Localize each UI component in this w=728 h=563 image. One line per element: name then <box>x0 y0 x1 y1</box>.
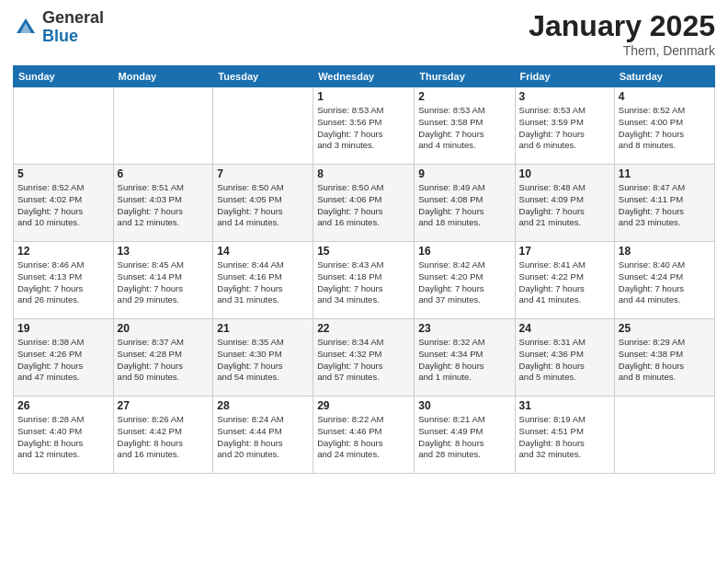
calendar-page: General Blue January 2025 Them, Denmark … <box>0 0 728 563</box>
day-info: Sunrise: 8:38 AM Sunset: 4:26 PM Dayligh… <box>17 337 109 384</box>
calendar-cell: 2Sunrise: 8:53 AM Sunset: 3:58 PM Daylig… <box>415 87 515 165</box>
calendar-cell: 4Sunrise: 8:52 AM Sunset: 4:00 PM Daylig… <box>614 87 714 165</box>
title-block: January 2025 Them, Denmark <box>529 9 715 58</box>
day-info: Sunrise: 8:19 AM Sunset: 4:51 PM Dayligh… <box>519 414 610 461</box>
day-info: Sunrise: 8:37 AM Sunset: 4:28 PM Dayligh… <box>118 337 210 384</box>
day-info: Sunrise: 8:47 AM Sunset: 4:11 PM Dayligh… <box>619 182 711 229</box>
col-saturday: Saturday <box>614 66 714 87</box>
calendar-cell: 11Sunrise: 8:47 AM Sunset: 4:11 PM Dayli… <box>614 165 714 242</box>
day-number: 31 <box>519 399 610 412</box>
calendar-cell: 19Sunrise: 8:38 AM Sunset: 4:26 PM Dayli… <box>14 319 114 396</box>
day-info: Sunrise: 8:53 AM Sunset: 3:58 PM Dayligh… <box>418 105 510 152</box>
calendar-cell <box>14 87 114 165</box>
calendar-cell: 14Sunrise: 8:44 AM Sunset: 4:16 PM Dayli… <box>213 242 313 319</box>
col-tuesday: Tuesday <box>213 66 313 87</box>
calendar-cell: 5Sunrise: 8:52 AM Sunset: 4:02 PM Daylig… <box>14 165 114 242</box>
day-number: 3 <box>519 90 610 103</box>
calendar-cell: 10Sunrise: 8:48 AM Sunset: 4:09 PM Dayli… <box>515 165 614 242</box>
calendar-week-row: 12Sunrise: 8:46 AM Sunset: 4:13 PM Dayli… <box>14 242 715 319</box>
day-number: 14 <box>217 245 309 258</box>
day-info: Sunrise: 8:45 AM Sunset: 4:14 PM Dayligh… <box>118 259 210 306</box>
calendar-cell: 29Sunrise: 8:22 AM Sunset: 4:46 PM Dayli… <box>313 396 415 474</box>
day-number: 10 <box>519 167 610 180</box>
calendar-cell: 20Sunrise: 8:37 AM Sunset: 4:28 PM Dayli… <box>113 319 213 396</box>
calendar-cell: 24Sunrise: 8:31 AM Sunset: 4:36 PM Dayli… <box>515 319 614 396</box>
calendar-cell: 23Sunrise: 8:32 AM Sunset: 4:34 PM Dayli… <box>415 319 515 396</box>
day-info: Sunrise: 8:35 AM Sunset: 4:30 PM Dayligh… <box>217 337 309 384</box>
day-number: 5 <box>17 167 109 180</box>
calendar-cell: 1Sunrise: 8:53 AM Sunset: 3:56 PM Daylig… <box>313 87 415 165</box>
day-number: 25 <box>619 322 711 335</box>
calendar-cell: 6Sunrise: 8:51 AM Sunset: 4:03 PM Daylig… <box>113 165 213 242</box>
calendar-cell <box>213 87 313 165</box>
day-number: 18 <box>619 245 711 258</box>
day-number: 12 <box>17 245 109 258</box>
calendar-cell: 16Sunrise: 8:42 AM Sunset: 4:20 PM Dayli… <box>415 242 515 319</box>
day-info: Sunrise: 8:50 AM Sunset: 4:06 PM Dayligh… <box>317 182 410 229</box>
day-info: Sunrise: 8:32 AM Sunset: 4:34 PM Dayligh… <box>418 337 510 384</box>
logo-general: General <box>42 9 104 28</box>
col-sunday: Sunday <box>14 66 114 87</box>
day-info: Sunrise: 8:41 AM Sunset: 4:22 PM Dayligh… <box>519 259 610 306</box>
day-info: Sunrise: 8:51 AM Sunset: 4:03 PM Dayligh… <box>118 182 210 229</box>
calendar-cell: 9Sunrise: 8:49 AM Sunset: 4:08 PM Daylig… <box>415 165 515 242</box>
day-number: 20 <box>118 322 210 335</box>
day-info: Sunrise: 8:22 AM Sunset: 4:46 PM Dayligh… <box>317 414 410 461</box>
day-info: Sunrise: 8:42 AM Sunset: 4:20 PM Dayligh… <box>418 259 510 306</box>
day-number: 15 <box>317 245 410 258</box>
calendar-cell: 12Sunrise: 8:46 AM Sunset: 4:13 PM Dayli… <box>14 242 114 319</box>
day-info: Sunrise: 8:31 AM Sunset: 4:36 PM Dayligh… <box>519 337 610 384</box>
col-friday: Friday <box>515 66 614 87</box>
day-info: Sunrise: 8:46 AM Sunset: 4:13 PM Dayligh… <box>17 259 109 306</box>
calendar-cell: 22Sunrise: 8:34 AM Sunset: 4:32 PM Dayli… <box>313 319 415 396</box>
calendar-cell: 21Sunrise: 8:35 AM Sunset: 4:30 PM Dayli… <box>213 319 313 396</box>
header: General Blue January 2025 Them, Denmark <box>13 9 715 58</box>
calendar-cell: 15Sunrise: 8:43 AM Sunset: 4:18 PM Dayli… <box>313 242 415 319</box>
col-wednesday: Wednesday <box>313 66 415 87</box>
day-number: 22 <box>317 322 410 335</box>
calendar-week-row: 5Sunrise: 8:52 AM Sunset: 4:02 PM Daylig… <box>14 165 715 242</box>
logo-text: General Blue <box>42 9 104 46</box>
day-info: Sunrise: 8:53 AM Sunset: 3:56 PM Dayligh… <box>317 105 410 152</box>
calendar-table: Sunday Monday Tuesday Wednesday Thursday… <box>13 65 715 474</box>
day-info: Sunrise: 8:44 AM Sunset: 4:16 PM Dayligh… <box>217 259 309 306</box>
day-info: Sunrise: 8:52 AM Sunset: 4:00 PM Dayligh… <box>619 105 711 152</box>
day-number: 4 <box>619 90 711 103</box>
day-info: Sunrise: 8:26 AM Sunset: 4:42 PM Dayligh… <box>118 414 210 461</box>
calendar-subtitle: Them, Denmark <box>529 43 715 58</box>
day-info: Sunrise: 8:48 AM Sunset: 4:09 PM Dayligh… <box>519 182 610 229</box>
day-number: 26 <box>17 399 109 412</box>
calendar-cell: 7Sunrise: 8:50 AM Sunset: 4:05 PM Daylig… <box>213 165 313 242</box>
day-number: 1 <box>317 90 410 103</box>
day-number: 30 <box>418 399 510 412</box>
calendar-cell: 3Sunrise: 8:53 AM Sunset: 3:59 PM Daylig… <box>515 87 614 165</box>
calendar-cell: 31Sunrise: 8:19 AM Sunset: 4:51 PM Dayli… <box>515 396 614 474</box>
calendar-week-row: 1Sunrise: 8:53 AM Sunset: 3:56 PM Daylig… <box>14 87 715 165</box>
day-number: 13 <box>118 245 210 258</box>
day-number: 19 <box>17 322 109 335</box>
calendar-cell <box>614 396 714 474</box>
calendar-title: January 2025 <box>529 9 715 43</box>
calendar-cell <box>113 87 213 165</box>
calendar-week-row: 19Sunrise: 8:38 AM Sunset: 4:26 PM Dayli… <box>14 319 715 396</box>
day-number: 16 <box>418 245 510 258</box>
day-info: Sunrise: 8:43 AM Sunset: 4:18 PM Dayligh… <box>317 259 410 306</box>
calendar-cell: 30Sunrise: 8:21 AM Sunset: 4:49 PM Dayli… <box>415 396 515 474</box>
day-info: Sunrise: 8:40 AM Sunset: 4:24 PM Dayligh… <box>619 259 711 306</box>
calendar-cell: 18Sunrise: 8:40 AM Sunset: 4:24 PM Dayli… <box>614 242 714 319</box>
day-info: Sunrise: 8:50 AM Sunset: 4:05 PM Dayligh… <box>217 182 309 229</box>
calendar-cell: 25Sunrise: 8:29 AM Sunset: 4:38 PM Dayli… <box>614 319 714 396</box>
calendar-cell: 27Sunrise: 8:26 AM Sunset: 4:42 PM Dayli… <box>113 396 213 474</box>
day-number: 24 <box>519 322 610 335</box>
day-number: 23 <box>418 322 510 335</box>
calendar-cell: 8Sunrise: 8:50 AM Sunset: 4:06 PM Daylig… <box>313 165 415 242</box>
day-info: Sunrise: 8:34 AM Sunset: 4:32 PM Dayligh… <box>317 337 410 384</box>
calendar-cell: 13Sunrise: 8:45 AM Sunset: 4:14 PM Dayli… <box>113 242 213 319</box>
day-number: 27 <box>118 399 210 412</box>
day-number: 11 <box>619 167 711 180</box>
calendar-header: Sunday Monday Tuesday Wednesday Thursday… <box>14 66 715 87</box>
day-number: 29 <box>317 399 410 412</box>
day-info: Sunrise: 8:53 AM Sunset: 3:59 PM Dayligh… <box>519 105 610 152</box>
day-number: 21 <box>217 322 309 335</box>
logo: General Blue <box>13 9 104 46</box>
